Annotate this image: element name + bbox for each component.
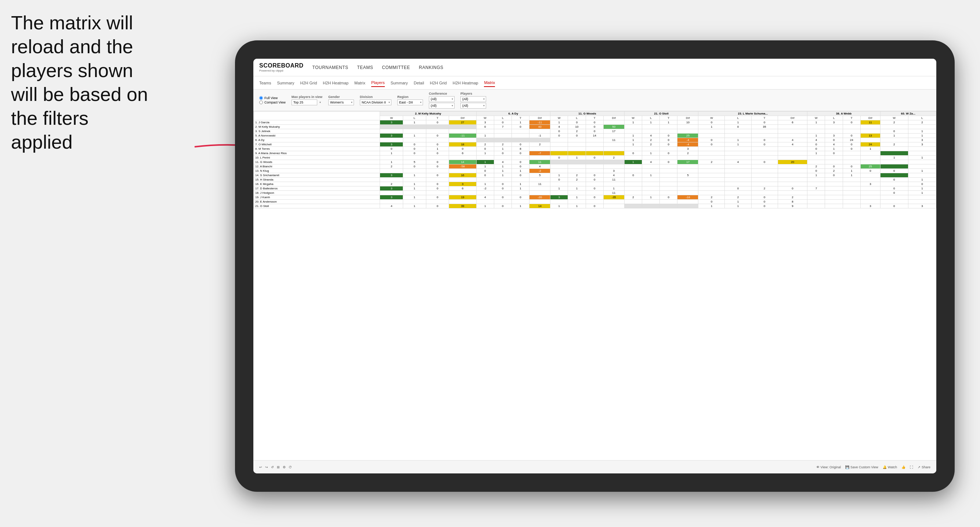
data-cell: 1 bbox=[403, 133, 426, 138]
division-value[interactable]: NCAA Division II bbox=[360, 100, 391, 105]
data-cell bbox=[778, 129, 807, 133]
player-name-cell: 9. A Maria Jimenez Rios bbox=[254, 151, 380, 156]
subnav-h2hheatmap2[interactable]: H2H Heatmap bbox=[453, 79, 479, 87]
subnav-summary2[interactable]: Summary bbox=[391, 79, 408, 87]
subnav-detail[interactable]: Detail bbox=[414, 79, 424, 87]
data-cell: 1 bbox=[476, 133, 494, 138]
share-btn[interactable]: ↗ Share bbox=[918, 465, 931, 469]
zoom-fit-btn[interactable]: ⊞ bbox=[277, 465, 280, 469]
data-cell: 3 bbox=[860, 204, 880, 208]
data-cell bbox=[550, 142, 568, 147]
tablet-device: SCOREBOARD Powered by clippd TOURNAMENTS… bbox=[235, 40, 955, 492]
data-cell: 17 bbox=[678, 160, 698, 164]
data-cell: 35 bbox=[751, 125, 778, 129]
players-all[interactable]: (All) bbox=[460, 103, 486, 109]
subnav-matrix[interactable]: Matrix bbox=[354, 79, 365, 87]
thumbs-btn[interactable]: 👍 bbox=[901, 465, 905, 469]
data-cell: 0 bbox=[751, 160, 778, 164]
settings-btn[interactable]: ⚙ bbox=[283, 465, 286, 469]
table-row: 14. S Srichantamit3101601051204015101 bbox=[254, 173, 936, 178]
data-cell: 0 bbox=[751, 195, 778, 200]
data-cell bbox=[380, 200, 403, 204]
subnav-h2hheatmap[interactable]: H2H Heatmap bbox=[323, 79, 348, 87]
compact-view-option[interactable]: Compact View bbox=[259, 100, 286, 104]
data-cell bbox=[725, 133, 751, 138]
full-view-option[interactable]: Full View bbox=[259, 96, 286, 100]
tablet-screen: SCOREBOARD Powered by clippd TOURNAMENTS… bbox=[253, 59, 936, 473]
clock-btn[interactable]: ⏱ bbox=[289, 465, 292, 469]
view-original-btn[interactable]: 👁 View: Original bbox=[816, 465, 841, 469]
players-all-wrapper[interactable]: (All) bbox=[460, 103, 486, 109]
data-cell: 1 bbox=[403, 186, 426, 191]
save-custom-btn[interactable]: 💾 Save Custom View bbox=[845, 465, 878, 469]
subnav-matrix2[interactable]: Matrix bbox=[484, 79, 495, 87]
data-cell: 3 bbox=[380, 133, 403, 138]
data-cell: 1 bbox=[494, 169, 511, 173]
sub-d6: Dif bbox=[860, 116, 880, 121]
data-cell: 2 bbox=[380, 182, 403, 186]
max-players-value[interactable]: Top 25 bbox=[291, 100, 317, 105]
nav-committee[interactable]: COMMITTEE bbox=[382, 63, 410, 71]
refresh-btn[interactable]: ↺ bbox=[271, 465, 274, 469]
subnav-teams[interactable]: Teams bbox=[259, 79, 271, 87]
data-cell bbox=[530, 138, 550, 142]
redo-btn[interactable]: ↪ bbox=[265, 465, 268, 469]
data-cell bbox=[698, 186, 725, 191]
data-cell bbox=[642, 129, 660, 133]
nav-teams[interactable]: TEAMS bbox=[357, 63, 374, 71]
matrix-table: 2. M Kelly Mulcahy 6. A Dy 11. G Woods 2… bbox=[253, 111, 936, 208]
data-cell: 2 bbox=[476, 142, 494, 147]
data-cell: 1 bbox=[403, 173, 426, 178]
data-cell bbox=[585, 182, 603, 186]
data-cell bbox=[603, 133, 624, 138]
watch-btn[interactable]: 🔔 Watch bbox=[883, 465, 897, 469]
subnav-h2hgrid[interactable]: H2H Grid bbox=[300, 79, 317, 87]
conference-all[interactable]: (All) bbox=[429, 103, 455, 109]
subnav-h2hgrid2[interactable]: H2H Grid bbox=[430, 79, 447, 87]
data-cell: 0 bbox=[585, 195, 603, 200]
data-cell bbox=[908, 147, 936, 151]
data-cell bbox=[778, 182, 807, 186]
conference-value[interactable]: (All) bbox=[429, 96, 455, 102]
conference-all-wrapper[interactable]: (All) bbox=[429, 103, 455, 109]
conference-select-wrapper[interactable]: (All) bbox=[429, 96, 455, 102]
undo-btn[interactable]: ↩ bbox=[259, 465, 262, 469]
data-cell: 1 bbox=[511, 169, 529, 173]
data-cell bbox=[660, 200, 678, 204]
data-cell bbox=[476, 200, 494, 204]
nav-rankings[interactable]: RANKINGS bbox=[419, 63, 444, 71]
data-cell: 0 bbox=[476, 125, 494, 129]
full-view-radio[interactable] bbox=[259, 96, 263, 100]
data-cell: 0 bbox=[751, 200, 778, 204]
player-name-cell: 5. A Nomrowski bbox=[254, 133, 380, 138]
max-players-select-wrapper[interactable]: Top 25 bbox=[291, 100, 322, 105]
data-cell: 4 bbox=[550, 125, 568, 129]
expand-btn[interactable]: ⛶ bbox=[910, 465, 913, 469]
data-cell: 1 bbox=[642, 195, 660, 200]
compact-view-radio[interactable] bbox=[259, 100, 263, 104]
region-select-wrapper[interactable]: East - DII bbox=[397, 100, 423, 105]
subnav-summary[interactable]: Summary bbox=[277, 79, 294, 87]
data-cell: 0 bbox=[403, 147, 426, 151]
data-cell: 1 bbox=[908, 178, 936, 182]
data-cell: 3 bbox=[476, 121, 494, 125]
data-cell bbox=[476, 178, 494, 182]
players-value[interactable]: (All) bbox=[460, 96, 486, 102]
matrix-scroll[interactable]: 2. M Kelly Mulcahy 6. A Dy 11. G Woods 2… bbox=[253, 111, 936, 460]
data-cell: 2 bbox=[880, 121, 908, 125]
data-cell bbox=[698, 156, 725, 160]
nav-tournaments[interactable]: TOURNAMENTS bbox=[312, 63, 348, 71]
subnav-players[interactable]: Players bbox=[371, 79, 385, 87]
gender-value[interactable]: Women's bbox=[328, 100, 354, 105]
data-cell: 0 bbox=[843, 164, 860, 169]
division-select-wrapper[interactable]: NCAA Division II bbox=[360, 100, 391, 105]
data-cell: 1 bbox=[476, 204, 494, 208]
players-select-wrapper[interactable]: (All) bbox=[460, 96, 486, 102]
gender-select-wrapper[interactable]: Women's bbox=[328, 100, 354, 105]
region-value[interactable]: East - DII bbox=[397, 100, 423, 105]
data-cell bbox=[550, 160, 568, 164]
data-cell bbox=[426, 156, 449, 160]
data-cell bbox=[403, 156, 426, 160]
data-cell: -18 bbox=[678, 195, 698, 200]
table-row: 15. H Stranda0201101 bbox=[254, 178, 936, 182]
